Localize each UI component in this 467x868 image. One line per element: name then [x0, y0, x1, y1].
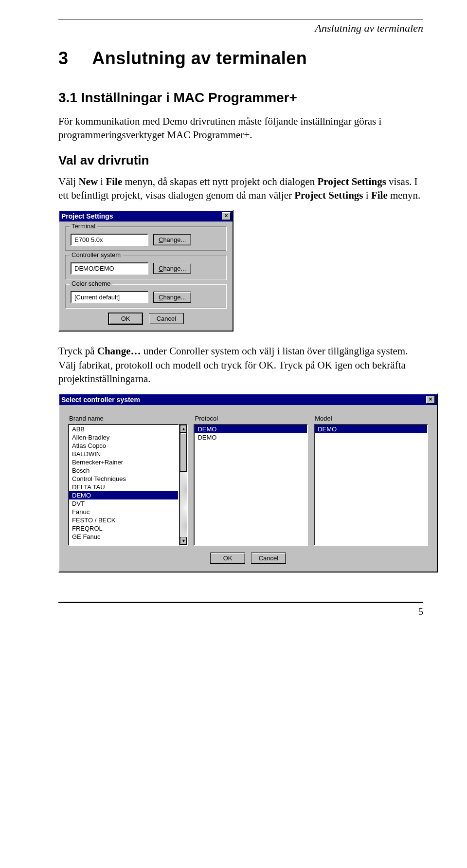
model-column-label: Model — [314, 415, 428, 422]
list-item[interactable]: FREQROL — [69, 524, 178, 533]
running-header: Anslutning av terminalen — [58, 22, 423, 35]
ok-button[interactable]: OK — [210, 553, 245, 564]
paragraph-change: Tryck på Change… under Conroller system … — [58, 344, 423, 386]
list-item[interactable]: DEMO — [195, 433, 307, 442]
text-bold: File — [106, 176, 122, 187]
color-group: Color scheme [Current default] Change... — [65, 284, 227, 309]
terminal-change-button[interactable]: Change... — [153, 234, 191, 245]
controller-group-label: Controller system — [70, 251, 123, 259]
color-field[interactable]: [Current default] — [71, 291, 148, 303]
text: menyn, då skapas ett nytt projekt och di… — [122, 176, 317, 187]
color-change-button[interactable]: Change... — [153, 292, 191, 303]
protocol-listbox[interactable]: DEMODEMO — [194, 424, 308, 546]
text-bold: New — [78, 176, 98, 187]
dialog-title: Project Settings — [61, 212, 113, 220]
list-item[interactable]: ABB — [69, 425, 178, 433]
text-bold: Change… — [97, 345, 141, 357]
text: i — [98, 176, 106, 187]
terminal-group-label: Terminal — [70, 222, 97, 230]
list-item[interactable]: Allen-Bradley — [69, 433, 178, 442]
cancel-button[interactable]: Cancel — [149, 313, 184, 324]
subsection-heading: Val av drivrutin — [58, 153, 423, 168]
controller-field[interactable]: DEMO/DEMO — [71, 262, 148, 275]
scroll-up-icon[interactable]: ▲ — [180, 425, 187, 433]
chapter-number: 3 — [58, 48, 88, 69]
paragraph-intro: För kommunikation med Demo drivrutinen m… — [58, 114, 423, 142]
footer-rule — [58, 602, 423, 603]
cancel-button[interactable]: Cancel — [251, 553, 286, 564]
section-number: 3.1 — [58, 90, 77, 105]
list-item[interactable]: DEMO — [315, 425, 427, 433]
controller-change-button[interactable]: Change... — [153, 263, 191, 274]
section-title: Inställningar i MAC Programmer+ — [81, 90, 297, 105]
text-bold: Project Settings — [294, 189, 363, 201]
terminal-field[interactable]: E700 5.0x — [71, 234, 148, 246]
header-rule — [58, 19, 423, 20]
list-item[interactable]: Atlas Copco — [69, 442, 178, 450]
text-bold: Project Settings — [317, 176, 386, 187]
close-icon[interactable]: × — [222, 212, 231, 220]
brand-scrollbar[interactable]: ▲ ▼ — [179, 424, 188, 546]
chapter-heading: 3 Anslutning av terminalen — [58, 48, 423, 69]
list-item[interactable]: DELTA TAU — [69, 483, 178, 491]
select-controller-dialog: Select controller system × Brand name AB… — [58, 393, 438, 573]
terminal-group: Terminal E700 5.0x Change... — [65, 226, 227, 251]
text: Tryck på — [58, 345, 97, 357]
text: i — [363, 189, 371, 201]
text: Välj — [58, 176, 78, 187]
list-item[interactable]: Fanuc — [69, 508, 178, 516]
controller-group: Controller system DEMO/DEMO Change... — [65, 255, 227, 280]
brand-listbox[interactable]: ABBAllen-BradleyAtlas CopcoBALDWINBernec… — [68, 424, 179, 546]
brand-column-label: Brand name — [68, 415, 188, 422]
chapter-title: Anslutning av terminalen — [92, 48, 307, 68]
project-settings-dialog: Project Settings × Terminal E700 5.0x Ch… — [58, 210, 234, 332]
list-item[interactable]: DVT — [69, 499, 178, 508]
scroll-track[interactable] — [180, 433, 187, 537]
protocol-column-label: Protocol — [194, 415, 308, 422]
list-item[interactable]: Bernecker+Rainer — [69, 458, 178, 466]
list-item[interactable]: Control Techniques — [69, 475, 178, 483]
list-item[interactable]: BALDWIN — [69, 450, 178, 458]
list-item[interactable]: DEMO — [69, 491, 178, 499]
model-listbox[interactable]: DEMO — [314, 424, 428, 546]
section-heading: 3.1 Inställningar i MAC Programmer+ — [58, 90, 423, 106]
paragraph-driver: Välj New i File menyn, då skapas ett nyt… — [58, 175, 423, 203]
list-item[interactable]: Bosch — [69, 466, 178, 475]
ok-button[interactable]: OK — [108, 313, 143, 325]
text: menyn. — [388, 189, 421, 201]
page-number: 5 — [58, 606, 423, 617]
scroll-down-icon[interactable]: ▼ — [180, 537, 187, 545]
list-item[interactable]: FESTO / BECK — [69, 516, 178, 524]
dialog-titlebar[interactable]: Project Settings × — [59, 211, 233, 222]
list-item[interactable]: DEMO — [195, 425, 307, 433]
text-bold: File — [371, 189, 388, 201]
close-icon[interactable]: × — [426, 396, 435, 404]
dialog-titlebar[interactable]: Select controller system × — [59, 394, 437, 405]
dialog-title: Select controller system — [61, 396, 140, 404]
color-group-label: Color scheme — [70, 280, 112, 287]
scroll-thumb[interactable] — [180, 433, 187, 472]
list-item[interactable]: GE Fanuc — [69, 533, 178, 541]
